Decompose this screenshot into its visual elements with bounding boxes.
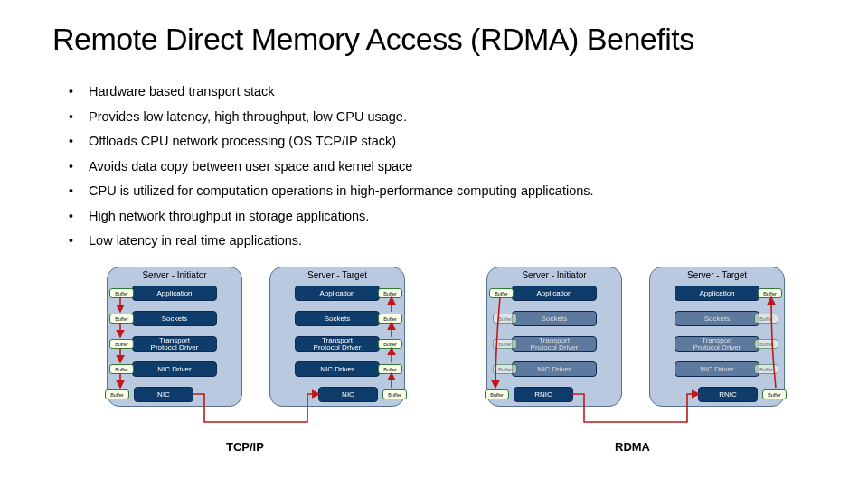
label-tcpip: TCP/IP (226, 440, 264, 454)
layer-sockets: Sockets (295, 311, 380, 326)
layer-transport: Transport Protocol Driver (295, 336, 380, 352)
layer-sockets: Sockets (132, 311, 217, 326)
bullet: Avoids data copy between user space and … (69, 155, 594, 180)
buffer-tag: Buffer (378, 339, 402, 349)
buffer-tag: Buffer (493, 364, 517, 374)
buffer-tag: Buffer (758, 288, 782, 298)
layer-transport: Transport Protocol Driver (512, 336, 597, 352)
layer-nicdrv: NIC Driver (675, 361, 760, 377)
buffer-tag: Buffer (382, 389, 407, 399)
server-tcpip-initiator: Server - Initiator Application Sockets T… (107, 267, 242, 407)
server-title: Server - Target (650, 270, 784, 280)
buffer-tag: Buffer (109, 288, 134, 298)
server-rdma-initiator: Server - Initiator Application Sockets T… (486, 267, 622, 407)
layer-transport: Transport Protocol Driver (675, 336, 760, 352)
buffer-tag: Buffer (493, 339, 517, 349)
bullet: Hardware based transport stack (69, 80, 594, 105)
buffer-tag: Buffer (378, 364, 402, 374)
server-title: Server - Initiator (108, 270, 241, 280)
server-title: Server - Target (270, 270, 404, 280)
buffer-tag: Buffer (378, 314, 402, 324)
buffer-tag: Buffer (378, 288, 402, 298)
buffer-tag: Buffer (485, 389, 509, 399)
label-rdma: RDMA (615, 440, 650, 454)
buffer-tag: Buffer (754, 364, 778, 374)
layer-nic: NIC (318, 387, 378, 402)
bullet: High network throughput in storage appli… (69, 204, 594, 230)
bullet: Low latency in real time applications. (69, 229, 594, 254)
layer-nicdrv: NIC Driver (295, 361, 380, 377)
layer-transport: Transport Protocol Driver (132, 336, 217, 352)
slide-title: Remote Direct Memory Access (RDMA) Benef… (52, 22, 694, 57)
layer-app: Application (295, 286, 380, 301)
buffer-tag: Buffer (109, 364, 134, 374)
buffer-tag: Buffer (493, 314, 517, 324)
server-rdma-target: Server - Target Application Sockets Tran… (649, 267, 785, 407)
bullet-list: Hardware based transport stack Provides … (69, 80, 594, 254)
bullet: Offloads CPU network processing (OS TCP/… (69, 129, 594, 155)
layer-app: Application (675, 286, 760, 301)
layer-nicdrv: NIC Driver (512, 361, 597, 377)
server-title: Server - Initiator (487, 270, 621, 280)
buffer-tag: Buffer (109, 339, 134, 349)
server-tcpip-target: Server - Target Application Sockets Tran… (269, 267, 405, 407)
layer-rnic: RNIC (514, 387, 573, 402)
buffer-tag: Buffer (105, 389, 129, 399)
buffer-tag: Buffer (489, 288, 514, 298)
bullet: Provides low latency, high throughput, l… (69, 105, 594, 130)
layer-sockets: Sockets (512, 311, 597, 326)
layer-nic: NIC (134, 387, 193, 402)
diagram-area: Server - Initiator Application Sockets T… (0, 267, 868, 474)
layer-sockets: Sockets (675, 311, 760, 326)
bullet: CPU is utilized for computation operatio… (69, 179, 594, 204)
buffer-tag: Buffer (754, 339, 778, 349)
layer-nicdrv: NIC Driver (132, 361, 217, 377)
layer-rnic: RNIC (698, 387, 758, 402)
buffer-tag: Buffer (762, 389, 787, 399)
buffer-tag: Buffer (754, 314, 778, 324)
layer-app: Application (512, 286, 597, 301)
buffer-tag: Buffer (109, 314, 134, 324)
layer-app: Application (132, 286, 217, 301)
